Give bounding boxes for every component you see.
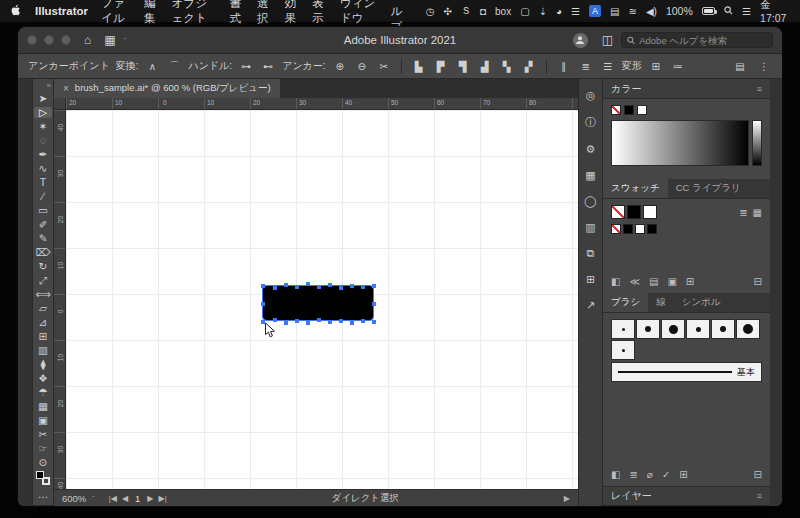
color-guide-icon[interactable]: ◎ — [586, 89, 596, 102]
pencil-tool[interactable]: ✎ — [34, 233, 52, 245]
window-titlebar[interactable]: ⌂ ▦ ˇ Adobe Illustrator 2021 ◫ — [18, 27, 782, 54]
wave-status-icon[interactable]: ≋ — [628, 6, 636, 17]
new-swatch-icon[interactable]: ⊞ — [686, 276, 694, 287]
isolate-button[interactable]: ≔ — [670, 58, 686, 74]
artboard-number[interactable]: 1 — [133, 493, 142, 504]
graph-tool[interactable]: ▦ — [34, 401, 52, 413]
menu-window[interactable]: ウィンドウ — [340, 0, 377, 26]
tab-symbols[interactable]: シンボル — [674, 293, 729, 312]
toolbar-collapse-icon[interactable]: » — [47, 81, 51, 90]
brush-libraries-icon[interactable]: ◧ — [611, 469, 620, 480]
direct-selection-tool[interactable]: ▷ — [34, 107, 52, 119]
remove-anchor-button[interactable]: ⊖ — [354, 58, 370, 74]
brush-menu-icon[interactable]: ≣ — [629, 469, 637, 480]
brush-options-icon[interactable]: ✓ — [662, 469, 670, 480]
align-top-button[interactable]: ▟ — [477, 58, 493, 74]
box-status-icon[interactable]: box — [495, 6, 511, 17]
swatch-options-icon[interactable]: ▣ — [667, 276, 676, 287]
menu-file[interactable]: ファイル — [101, 0, 131, 26]
close-button[interactable] — [27, 35, 37, 45]
eyedropper-tool[interactable]: ⧫ — [34, 359, 52, 371]
blend-tool[interactable]: ❖ — [34, 373, 52, 385]
minimize-button[interactable] — [44, 35, 54, 45]
scale-tool[interactable]: ⤢ — [34, 275, 52, 287]
swatch-black-small[interactable] — [647, 224, 657, 234]
hand-tool[interactable]: ☞ — [34, 443, 52, 455]
brush-basic-item[interactable]: 基本 — [611, 362, 762, 382]
zoom-chevron-icon[interactable]: ˇ — [92, 495, 94, 502]
pie-status-icon[interactable]: ◕ — [556, 6, 562, 17]
info-icon[interactable]: ⓘ — [585, 115, 596, 130]
swatch-libraries-icon[interactable]: ◧ — [611, 276, 620, 287]
layers-panel-header[interactable]: レイヤー ≡ — [603, 486, 770, 506]
curvature-tool[interactable]: ∿ — [34, 163, 52, 175]
eraser-tool[interactable]: ⌦ — [34, 247, 52, 259]
menu-view[interactable]: 表示 — [312, 0, 327, 26]
kebab-menu-icon[interactable]: ⋮ — [756, 58, 772, 74]
apple-menu[interactable] — [10, 4, 22, 19]
flower-status-icon[interactable]: ✣ — [444, 6, 452, 17]
menu-edit[interactable]: 編集 — [144, 0, 159, 26]
gear-icon[interactable]: ⚙ — [586, 143, 596, 156]
distribute-vertical-button[interactable]: ≣ — [578, 58, 594, 74]
white-swatch[interactable] — [637, 105, 647, 115]
help-search-input[interactable] — [639, 35, 767, 46]
hide-handles-button[interactable]: ⊷ — [260, 58, 276, 74]
menu-type[interactable]: 書式 — [229, 0, 244, 26]
pen-tool[interactable]: ✒ — [34, 149, 52, 161]
home-icon[interactable]: ⌂ — [84, 33, 91, 47]
rotate-tool[interactable]: ↻ — [34, 261, 52, 273]
convert-to-corner-button[interactable]: ∧ — [144, 58, 160, 74]
add-anchor-button[interactable]: ⊕ — [332, 58, 348, 74]
pattern-icon[interactable]: ▦ — [585, 169, 595, 182]
ruler-origin[interactable] — [54, 98, 66, 109]
spotlight-icon[interactable] — [724, 6, 733, 17]
canvas[interactable] — [66, 110, 578, 489]
swatch-themes-icon[interactable]: ≪ — [629, 276, 639, 287]
zoom-level[interactable]: 600% — [62, 493, 86, 504]
artboards-icon[interactable]: ⧉ — [587, 247, 595, 260]
swatch-white-small[interactable] — [635, 224, 645, 234]
arrange-documents-icon[interactable]: ▦ — [104, 33, 115, 47]
input-source-badge[interactable]: A — [589, 5, 601, 17]
circle-icon[interactable]: ◯ — [584, 195, 596, 208]
selection-tool[interactable]: ➤ — [34, 93, 52, 105]
layers-menu-icon[interactable]: ≡ — [757, 491, 762, 501]
help-search[interactable] — [621, 32, 773, 48]
previous-artboard-button[interactable]: ◀ — [122, 494, 128, 503]
line-tool[interactable]: ∕ — [34, 191, 52, 203]
align-right-button[interactable]: ▜ — [455, 58, 471, 74]
black-swatch[interactable] — [624, 105, 634, 115]
swatch-black[interactable] — [627, 205, 641, 219]
last-artboard-button[interactable]: ▶| — [159, 494, 167, 503]
menu-select[interactable]: 選択 — [257, 0, 272, 26]
display-status-icon[interactable]: ▢ — [520, 6, 529, 17]
convert-to-smooth-button[interactable]: ⌒ — [166, 58, 182, 74]
brush-item[interactable] — [636, 319, 660, 339]
panel-menu-icon[interactable]: ≡ — [757, 84, 762, 94]
color-panel-header[interactable]: カラー ≡ — [603, 79, 770, 99]
ruler-track[interactable]: 20 10 0 10 20 30 40 50 60 70 80 — [66, 98, 578, 109]
tab-swatches[interactable]: スウォッチ — [603, 179, 668, 198]
export-icon[interactable]: ↗ — [586, 299, 595, 312]
perspective-grid-tool[interactable]: ⊿ — [34, 317, 52, 329]
brush-item[interactable] — [611, 319, 635, 339]
paintbrush-tool[interactable]: ✐ — [34, 219, 52, 231]
clock-status-icon[interactable]: ◷ — [426, 6, 435, 17]
swatch-black-small[interactable] — [623, 224, 633, 234]
swatch-white[interactable] — [643, 205, 657, 219]
lasso-tool[interactable]: ◌ — [34, 135, 52, 147]
transform-icon[interactable]: ⊞ — [586, 273, 595, 286]
menubar-clock[interactable]: 金 17:07 — [760, 0, 790, 24]
align-left-button[interactable]: ▙ — [411, 58, 427, 74]
free-transform-tool[interactable]: ▱ — [34, 303, 52, 315]
selected-shape[interactable] — [263, 286, 373, 320]
tab-brushes[interactable]: ブラシ — [603, 293, 648, 312]
grid-view-icon[interactable]: ▦ — [753, 207, 762, 218]
align-middle-button[interactable]: ▚ — [499, 58, 515, 74]
remove-brush-stroke-icon[interactable]: ⌀ — [647, 469, 653, 480]
brush-item[interactable] — [686, 319, 710, 339]
mesh-tool[interactable]: ⊞ — [34, 331, 52, 343]
rectangle-tool[interactable]: ▭ — [34, 205, 52, 217]
cut-path-button[interactable]: ✂ — [376, 58, 392, 74]
